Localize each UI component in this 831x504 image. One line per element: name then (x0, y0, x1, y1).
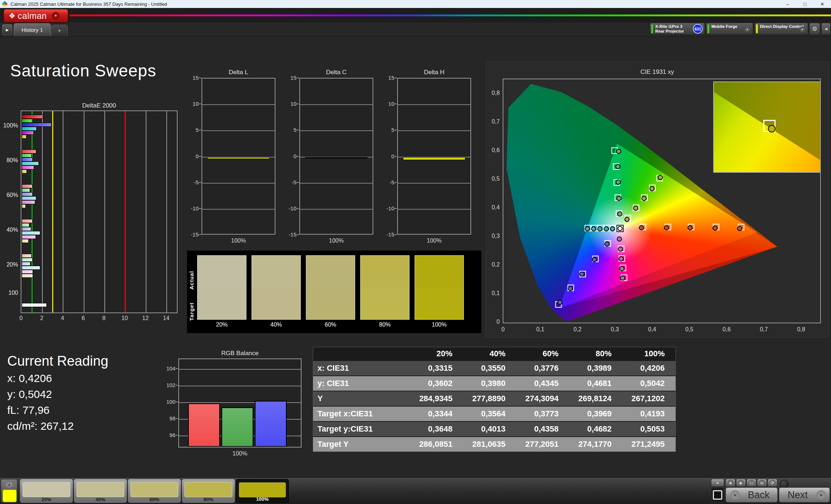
table-row: x: CIE310,33150,35500,37760,39890,4206 (313, 360, 676, 375)
delta-y-tickmark (395, 77, 397, 78)
cie-measured-point (604, 226, 609, 231)
transport-range-button[interactable]: [··] (747, 479, 756, 487)
patch-button-40%[interactable]: 40% (74, 479, 127, 503)
delta-bar (207, 157, 270, 159)
deltae-x-tick: 14 (161, 315, 171, 322)
deltae-bar (22, 200, 35, 204)
up-arrow-icon[interactable]: ▲ (4, 481, 14, 488)
delta-y-tick: -5 (284, 179, 296, 185)
delta-y-tickmark (395, 208, 397, 209)
delta-y-tickmark (199, 182, 201, 183)
test-patch-preview[interactable] (3, 490, 17, 502)
calman-menu-button[interactable]: ❖ calman ▼ (4, 9, 68, 22)
delta-y-tick: 5 (186, 127, 199, 133)
cie-y-tick: 0,5 (487, 176, 500, 182)
rgb-y-tick: 104 (163, 365, 175, 371)
delta-y-tickmark (297, 77, 299, 78)
table-cell: 0,4682 (569, 422, 622, 436)
deltae-bar (22, 262, 30, 266)
deltae-bar (22, 123, 51, 127)
table-row-label: Target y:CIE31 (313, 422, 410, 436)
delta-y-tick: 0 (382, 153, 394, 159)
rgb-y-tickmark (176, 435, 178, 436)
swatch-actual (198, 256, 246, 287)
patch-swatch (130, 482, 178, 497)
delta-y-tickmark (297, 182, 299, 183)
app-window: Calman 2025 Calman Ultimate for Business… (0, 0, 831, 504)
table-cell: 274,3094 (516, 391, 569, 406)
expand-panel-button[interactable]: ▶ (2, 24, 12, 35)
minimize-icon[interactable]: – (779, 0, 796, 8)
delta-y-tick: 15 (382, 75, 394, 81)
table-cell: 0,3980 (463, 376, 516, 391)
delta-c-x-label: 100% (299, 238, 373, 244)
display-control-dropdown[interactable]: Direct Display Control ▼ (755, 23, 808, 35)
delta-y-tickmark (395, 130, 397, 130)
patch-button-20%[interactable]: 20% (20, 479, 73, 503)
transport-play-button[interactable]: ▶ (736, 479, 746, 487)
table-cell: 274,1770 (569, 437, 622, 452)
deltae-bar (22, 169, 27, 173)
target-row-label: Target (188, 290, 195, 321)
deltae-bar (22, 270, 33, 274)
rgb-bar-green (221, 407, 253, 447)
current-reading-x: x: 0,4206 (7, 372, 52, 385)
calman-logo-icon: ❖ (9, 12, 16, 20)
table-cell: 0,4345 (516, 376, 569, 391)
deltae-bar (22, 119, 32, 123)
patch-swatch (76, 482, 124, 497)
patch-button-60%[interactable]: 60% (128, 479, 181, 503)
delta-y-tickmark (199, 104, 201, 104)
deltae-reference-line (52, 111, 53, 312)
delta-y-tick: 15 (284, 75, 296, 81)
back-button[interactable]: « Back (726, 487, 778, 503)
collapse-toolbar-button[interactable]: ◀ (821, 23, 831, 35)
delta-y-tick: 10 (284, 101, 296, 107)
cie-measured-point (658, 175, 663, 180)
source-select-dropdown[interactable]: Mobile Forge ▼ (706, 23, 753, 35)
deltae-bar (22, 231, 40, 235)
delta-gridline (398, 183, 470, 184)
settings-button[interactable]: ⚙ (809, 23, 820, 35)
source-status-indicator (707, 24, 709, 33)
rgb-gridline (179, 386, 301, 386)
swatch-label: 60% (306, 322, 355, 328)
deltae-bar (22, 223, 29, 227)
maximize-icon[interactable]: □ (796, 0, 814, 8)
delta-gridline (398, 130, 470, 131)
swatch-target (415, 287, 464, 319)
back-button-label: Back (740, 490, 777, 501)
table-cell: 0,4206 (623, 361, 676, 375)
next-button[interactable]: Next » (779, 487, 830, 503)
delta-y-tick: -15 (284, 231, 296, 238)
patch-stop-button[interactable] (711, 487, 724, 503)
patch-button-100%[interactable]: 100% (236, 479, 289, 503)
tab-history-1[interactable]: History 1 (14, 23, 51, 36)
patch-button-label: 20% (20, 497, 73, 502)
delta-h-title: Delta H (397, 69, 471, 76)
delta-y-tickmark (297, 208, 299, 209)
loop-icon: ∞ (759, 480, 765, 486)
cie-y-tick: 0,1 (487, 290, 500, 297)
transport-loop-button[interactable]: ∞ (757, 479, 767, 487)
stop-icon: ■ (727, 480, 734, 486)
refresh-icon: ⟳ (769, 480, 776, 486)
back-chevron-icon: « (730, 490, 740, 500)
rgb-balance-chart: RGB Balance 100% 9698100102104 (178, 358, 302, 448)
deltae-bar (22, 303, 47, 307)
delta-gridline (300, 209, 373, 210)
cie-x-tick: 0,1 (534, 326, 547, 333)
patch-button-80%[interactable]: 80% (182, 479, 235, 503)
deltae-bar (22, 161, 39, 165)
close-icon[interactable]: ✕ (814, 0, 831, 8)
deltae-bar (22, 154, 32, 158)
delta-gridline (202, 183, 275, 184)
transport-refresh-button[interactable]: ⟳ (768, 479, 777, 487)
add-tab-button[interactable]: + (51, 25, 68, 36)
rgb-y-tickmark (176, 368, 178, 369)
transport-up-button[interactable]: ▲ (711, 479, 724, 487)
cie-measured-point (616, 149, 621, 154)
transport-stop-button[interactable]: ■ (726, 479, 735, 487)
swatch-label: 100% (415, 322, 464, 328)
patch-button-label: 40% (74, 497, 127, 502)
